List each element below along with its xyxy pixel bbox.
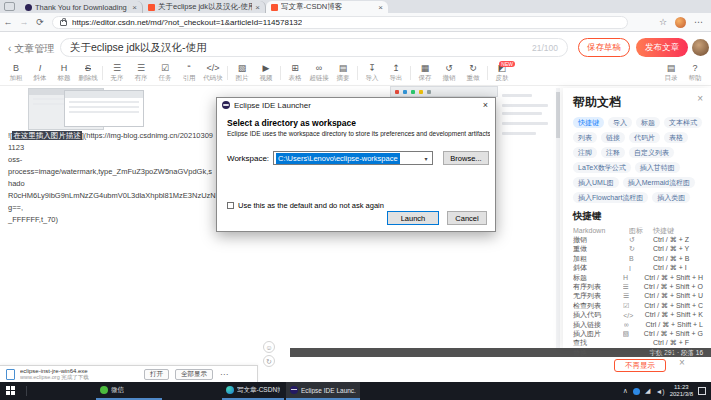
outline-icon: ▤ <box>667 63 676 73</box>
help-tag-chip[interactable]: 链接 <box>601 132 625 143</box>
toolbar-code-block-button[interactable]: </>代码块 <box>201 61 225 85</box>
taskbar-clock[interactable]: 11:23 2021/3/8 <box>670 384 693 398</box>
browse-button[interactable]: Browse... <box>443 151 489 165</box>
refresh-float-button[interactable]: ↻ <box>263 355 275 367</box>
help-tag-chip[interactable]: 插入类图 <box>652 192 690 203</box>
favorites-star-icon[interactable]: ☆ <box>659 17 667 27</box>
toolbar-import-button[interactable]: ↧导入 <box>360 61 384 85</box>
download-open-button[interactable]: 打开 <box>144 369 169 380</box>
edge-icon <box>226 386 234 394</box>
browser-tab-3[interactable]: 写文章-CSDN博客× <box>266 1 388 13</box>
dialog-titlebar[interactable]: Eclipse IDE Launcher × <box>217 98 495 112</box>
tray-app-icon[interactable] <box>633 388 640 395</box>
help-tag-chip[interactable]: 插入UML图 <box>573 177 619 188</box>
help-tag-chip[interactable]: 表格 <box>664 132 688 143</box>
shortcut-icon: ∞ <box>624 321 646 328</box>
url-box[interactable]: https://editor.csdn.net/md/?not_checkout… <box>52 16 628 29</box>
markdown-editor-text[interactable]: ![在这里插入图片描述](https://img-blog.csdnimg.cn… <box>8 130 216 226</box>
toolbar-quote-button[interactable]: “引用 <box>177 61 201 85</box>
workspace-value[interactable]: C:\Users\Lenovo\eclipse-workspace <box>276 153 400 164</box>
preview-text-line <box>502 132 536 135</box>
url-text[interactable]: https://editor.csdn.net/md/?not_checkout… <box>72 18 302 27</box>
help-tag-chip[interactable]: 快捷键 <box>573 117 604 128</box>
windows-taskbar: 微信写文章-CSDN博客...Eclipse IDE Launc... ∧ ◢ … <box>0 382 711 400</box>
help-panel-close-icon[interactable]: × <box>697 93 703 104</box>
toolbar-save-button[interactable]: ▦保存 <box>413 61 437 85</box>
help-tag-chip[interactable]: 导入 <box>608 117 632 128</box>
toolbar-heading-button[interactable]: H标题 <box>52 61 76 85</box>
dialog-close-icon[interactable]: × <box>481 100 490 110</box>
refresh-icon[interactable]: ⟳ <box>32 17 48 27</box>
tab-close-icon[interactable]: × <box>132 3 137 12</box>
publish-button[interactable]: 发布文章 <box>636 38 688 57</box>
toolbar-help-button[interactable]: ?帮助 <box>683 61 707 85</box>
taskbar-item-wechat[interactable]: 微信 <box>96 382 162 400</box>
toolbar-unordered-list-button[interactable]: ☰无序 <box>105 61 129 85</box>
shortcut-row: 查找Ctrl / ⌘ + F <box>573 339 703 348</box>
user-avatar[interactable] <box>692 39 709 56</box>
volume-icon[interactable]: ◄) <box>655 388 664 395</box>
toolbar-task-list-button[interactable]: ☑任务 <box>153 61 177 85</box>
help-tag-chip[interactable]: 自定义列表 <box>629 147 674 158</box>
toolbar-redo-button[interactable]: ↻重做 <box>461 61 485 85</box>
tab-close-icon[interactable]: × <box>255 3 260 12</box>
help-tag-chip[interactable]: 文本样式 <box>664 117 702 128</box>
taskbar-item-edge[interactable]: 写文章-CSDN博客... <box>222 382 284 400</box>
help-tag-chip[interactable]: 插入甘特图 <box>635 162 680 173</box>
help-tag-chip[interactable]: 插入Mermaid流程图 <box>623 177 695 188</box>
tab-close-icon[interactable]: × <box>378 3 383 12</box>
start-button[interactable] <box>6 386 15 395</box>
browser-tab-1[interactable]: Thank You for Downloading Ecli...× <box>20 1 143 13</box>
system-tray: ∧ ◢ ◄) 11:23 2021/3/8 <box>623 382 711 400</box>
toolbar-export-button[interactable]: ↥导出 <box>384 61 408 85</box>
combobox-dropdown-icon[interactable]: ▾ <box>420 155 432 162</box>
toolbar-outline-button[interactable]: ▤目录 <box>659 61 683 85</box>
toolbar-bold-button[interactable]: B加粗 <box>4 61 28 85</box>
help-tag-chip[interactable]: 插入Flowchart流程图 <box>573 192 648 203</box>
toolbar-summary-button[interactable]: ▤摘要 <box>331 61 355 85</box>
toolbar-table-button[interactable]: ⊞表格 <box>283 61 307 85</box>
network-icon[interactable]: ◢ <box>645 387 650 395</box>
workspace-combobox[interactable]: C:\Users\Lenovo\eclipse-workspace ▾ <box>273 151 433 165</box>
cancel-button[interactable]: Cancel <box>447 211 487 225</box>
forward-icon[interactable]: → <box>16 17 32 27</box>
browser-menu-icon[interactable]: ⋯ <box>694 17 703 27</box>
launch-button[interactable]: Launch <box>387 211 439 225</box>
preview-scrollbar-thumb[interactable] <box>556 92 560 138</box>
download-more-icon[interactable]: ⋯ <box>220 370 228 379</box>
tray-chevron-icon[interactable]: ∧ <box>623 387 628 395</box>
browser-profile-avatar[interactable] <box>675 17 686 28</box>
toolbar-video-button[interactable]: ▶视频 <box>254 61 278 85</box>
action-center-icon[interactable] <box>698 387 706 395</box>
toolbar-link-button[interactable]: ∞超链接 <box>307 61 331 85</box>
download-info[interactable]: eclipse-inst-jre-win64.exe www.eclipse.o… <box>20 368 138 381</box>
default-checkbox-row[interactable]: Use this as the default and do not ask a… <box>227 201 384 210</box>
help-tag-chip[interactable]: LaTeX数学公式 <box>573 162 631 173</box>
dismiss-close-icon[interactable]: × <box>679 357 685 368</box>
help-tag-chip[interactable]: 列表 <box>573 132 597 143</box>
back-to-articles-link[interactable]: ‹ 文章管理 <box>8 42 54 56</box>
shortcut-name: 替换 <box>573 348 629 358</box>
toolbar-italic-button[interactable]: I斜体 <box>28 61 52 85</box>
feedback-float-button[interactable]: ☺ <box>263 341 275 353</box>
preview-scrollbar[interactable] <box>556 88 560 348</box>
help-tag-chip[interactable]: 注释 <box>601 147 625 158</box>
article-title-input[interactable]: 关于eclipse jdk以及汉化-使用 21/100 <box>60 38 568 57</box>
browser-tab-2[interactable]: 关于eclipse jdk以及汉化-使用 - CSDN...× <box>143 1 266 13</box>
help-tag-chip[interactable]: 注脚 <box>573 147 597 158</box>
help-tag-chip[interactable]: 标题 <box>636 117 660 128</box>
thumbnail-line <box>69 106 139 108</box>
tab-actions-icon[interactable] <box>4 2 15 11</box>
toolbar-ordered-list-button[interactable]: ☰有序 <box>129 61 153 85</box>
save-draft-button[interactable]: 保存草稿 <box>578 38 630 57</box>
dismiss-button[interactable]: 不再显示 <box>614 359 666 372</box>
taskbar-item-eclipse[interactable]: Eclipse IDE Launc... <box>286 382 360 400</box>
checkbox[interactable] <box>227 202 234 209</box>
help-tag-chip[interactable]: 代码片 <box>629 132 660 143</box>
toolbar-strikethrough-button[interactable]: S删除线 <box>76 61 100 85</box>
toolbar-theme-button[interactable]: ◩皮肤NEW <box>490 61 514 85</box>
toolbar-image-button[interactable]: ▧图片 <box>230 61 254 85</box>
toolbar-undo-button[interactable]: ↺撤销 <box>437 61 461 85</box>
download-show-all-button[interactable]: 全部显示 <box>175 369 213 380</box>
back-icon[interactable]: ← <box>0 17 16 27</box>
